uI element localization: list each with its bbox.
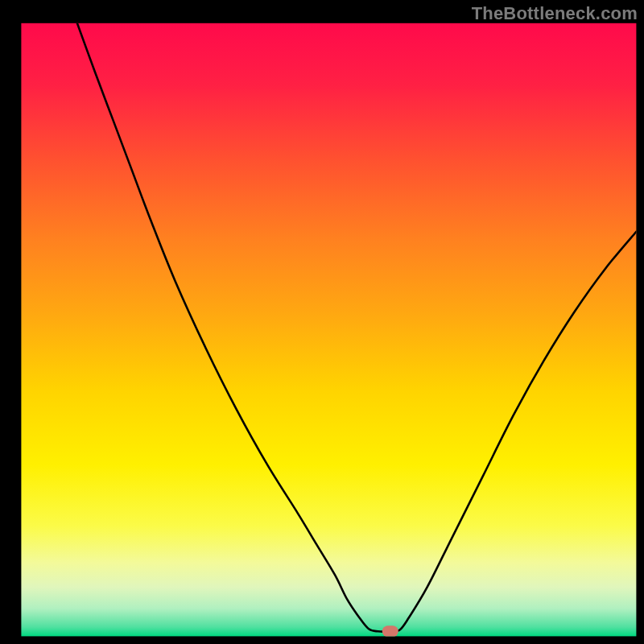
watermark-text: TheBottleneck.com <box>472 3 638 24</box>
optimal-point-marker <box>382 625 398 637</box>
chart-container <box>0 0 644 644</box>
bottleneck-curve-chart <box>0 0 644 644</box>
chart-background-gradient <box>21 23 636 637</box>
